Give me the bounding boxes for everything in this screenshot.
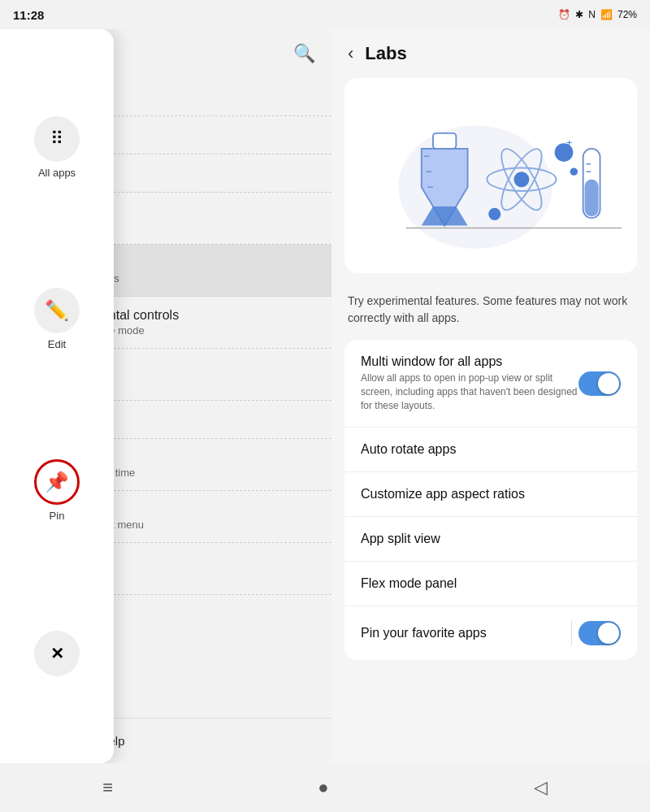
- status-icons: ⏰ ✱ N 📶 72%: [558, 9, 637, 20]
- svg-rect-14: [585, 180, 599, 216]
- toggle-knob: [598, 373, 619, 394]
- labs-option-auto-rotate[interactable]: Auto rotate apps: [344, 428, 637, 472]
- nav-home-button[interactable]: ●: [318, 777, 328, 798]
- edit-icon: ✏️: [34, 288, 80, 333]
- sidebar-close-button[interactable]: ✕: [34, 631, 80, 676]
- svg-rect-1: [433, 133, 456, 149]
- pin-icon: 📌: [34, 459, 80, 505]
- sidebar-item-edit[interactable]: ✏️ Edit: [34, 288, 80, 350]
- labs-description: Try experimental features. Some features…: [332, 286, 650, 340]
- sidebar-overlay: ⠿ All apps ✏️ Edit 📌 Pin ✕: [0, 29, 114, 763]
- nav-menu-button[interactable]: ≡: [102, 777, 113, 798]
- all-apps-label: All apps: [38, 167, 76, 179]
- bluetooth-icon: ✱: [575, 9, 583, 20]
- labs-back-button[interactable]: ‹: [348, 43, 353, 64]
- sidebar-item-all-apps[interactable]: ⠿ All apps: [34, 116, 80, 179]
- customize-aspect-title: Customize app aspect ratios: [361, 487, 621, 502]
- labs-option-app-split[interactable]: App split view: [344, 517, 637, 562]
- alarm-icon: ⏰: [558, 9, 570, 20]
- svg-point-5: [514, 172, 529, 187]
- battery-text: 72%: [618, 9, 637, 20]
- sidebar-item-pin[interactable]: 📌 Pin: [34, 459, 80, 522]
- labs-panel: ‹ Labs +: [332, 29, 650, 763]
- multi-window-title: Multi window for all apps: [361, 354, 578, 369]
- labs-illustration: +: [344, 78, 637, 273]
- labs-option-multi-window[interactable]: Multi window for all apps Allow all apps…: [344, 340, 637, 428]
- multi-window-toggle[interactable]: [578, 371, 621, 396]
- labs-header: ‹ Labs: [332, 29, 650, 78]
- app-split-title: App split view: [361, 532, 621, 546]
- nav-back-button[interactable]: ◁: [534, 777, 548, 798]
- svg-text:+: +: [566, 137, 573, 149]
- svg-point-9: [488, 208, 500, 220]
- bottom-nav: ≡ ● ◁: [0, 763, 650, 812]
- svg-point-11: [570, 168, 578, 176]
- pin-apps-title: Pin your favorite apps: [361, 626, 571, 640]
- labs-title: Labs: [365, 43, 406, 64]
- labs-option-flex-mode[interactable]: Flex mode panel: [344, 562, 637, 606]
- labs-options: Multi window for all apps Allow all apps…: [344, 340, 637, 660]
- signal-icon: 📶: [600, 9, 613, 20]
- multi-window-desc: Allow all apps to open in pop-up view or…: [361, 371, 578, 412]
- divider: [571, 621, 572, 645]
- all-apps-icon: ⠿: [34, 116, 80, 162]
- toggle-knob: [598, 623, 619, 644]
- auto-rotate-title: Auto rotate apps: [361, 442, 621, 457]
- labs-option-customize-aspect[interactable]: Customize app aspect ratios: [344, 472, 637, 517]
- flex-mode-title: Flex mode panel: [361, 576, 621, 591]
- nfc-icon: N: [588, 9, 596, 20]
- pin-apps-toggle[interactable]: [578, 621, 621, 645]
- status-time: 11:28: [13, 8, 44, 22]
- labs-option-pin-apps[interactable]: Pin your favorite apps: [344, 606, 637, 660]
- edit-label: Edit: [48, 338, 66, 350]
- close-icon: ✕: [34, 631, 80, 676]
- search-icon[interactable]: 🔍: [293, 43, 315, 64]
- pin-label: Pin: [50, 510, 65, 522]
- status-bar: 11:28 ⏰ ✱ N 📶 72%: [0, 0, 650, 29]
